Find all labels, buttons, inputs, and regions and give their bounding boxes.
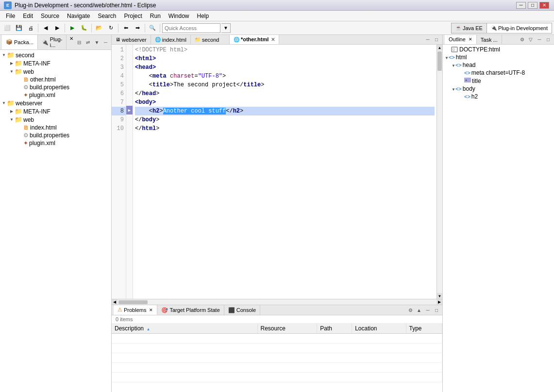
outline-title[interactable]: ≡ title [443, 77, 554, 85]
close-btn[interactable]: ✕ [539, 2, 549, 9]
outline-doctype[interactable]: D DOCTYPE:html [443, 46, 554, 53]
tab-index-html[interactable]: 🌐 index.html [151, 35, 191, 44]
menu-run[interactable]: Run [146, 11, 165, 21]
menu-source[interactable]: Source [37, 11, 63, 21]
col-location[interactable]: Location [352, 324, 406, 334]
outline-meta[interactable]: <> meta charset=UTF-8 [443, 69, 554, 77]
problems-table: Description ▲ Resource Path Location Typ… [112, 324, 442, 382]
tree-item-webserver[interactable]: 📁 webserver [0, 99, 111, 107]
menu-help[interactable]: Help [193, 11, 213, 21]
tree-item-index-html[interactable]: 🗎 index.html [0, 124, 111, 131]
col-description[interactable]: Description ▲ [112, 324, 257, 334]
menu-window[interactable]: Window [165, 11, 193, 21]
outline-head[interactable]: <> head [443, 61, 554, 69]
bottom-action-btn[interactable]: ⚙ [406, 306, 414, 314]
sep4 [118, 24, 118, 33]
tree-item-web-2[interactable]: 📁 web [0, 115, 111, 124]
h-scroll-thumb[interactable] [118, 300, 148, 304]
h-scroll-left[interactable]: ◀ [112, 299, 118, 305]
left-panel-close[interactable]: ✕ [67, 35, 75, 49]
tree-item-meta-inf-1[interactable]: 📁 META-INF [0, 59, 111, 67]
scroll-up-btn[interactable]: ▲ [437, 45, 442, 50]
menu-navigate[interactable]: Navigate [63, 11, 94, 21]
tab-target-platform[interactable]: 🎯 Target Platform State [157, 305, 224, 315]
right-panel: Outline ✕ Task ... ⚙ ▽ ─ □ [442, 35, 554, 392]
scroll-thumb[interactable] [437, 51, 442, 71]
outline-btn2[interactable]: ▽ [527, 36, 535, 44]
minimize-left-btn[interactable]: ─ [101, 38, 109, 46]
quick-access-arrow[interactable]: ▼ [221, 23, 231, 33]
h-scroll-right[interactable]: ▶ [436, 299, 442, 305]
quick-access-input[interactable] [162, 23, 220, 33]
bottom-maximize[interactable]: □ [433, 306, 440, 314]
tab-other-html[interactable]: 🌐 *other.html ✕ [230, 35, 279, 44]
tab-task[interactable]: Task ... [477, 35, 502, 44]
svg-text:≡: ≡ [465, 79, 467, 82]
outline-maximize[interactable]: □ [544, 36, 552, 44]
outline-btn1[interactable]: ⚙ [518, 36, 526, 44]
col-resource[interactable]: Resource [257, 324, 317, 334]
minimize-btn[interactable]: ─ [516, 2, 526, 9]
save-btn[interactable]: 💾 [14, 23, 24, 33]
line-num-9: 9 [112, 115, 126, 124]
code-line-9: </body> [135, 115, 435, 124]
tab-console[interactable]: ⬛ Console [224, 305, 260, 315]
tab-package-explorer[interactable]: 📦 Packa... [2, 35, 38, 49]
other-tab-close[interactable]: ✕ [271, 37, 275, 42]
editor-minimize-btn[interactable]: ─ [424, 36, 432, 44]
outline-close[interactable]: ✕ [469, 37, 472, 42]
debug-btn[interactable]: 🐛 [79, 23, 89, 33]
tree-item-second[interactable]: 📁 second [0, 51, 111, 59]
tab-webserver[interactable]: 🖥 webserver [112, 35, 151, 44]
code-area[interactable]: <!DOCTYPE html> <html> <head> <meta char… [133, 45, 436, 299]
menu-search[interactable]: Search [94, 11, 120, 21]
problems-icon: ⚠ [118, 307, 122, 313]
col-type[interactable]: Type [406, 324, 442, 334]
editor-maximize-btn[interactable]: □ [433, 36, 440, 44]
tab-outline[interactable]: Outline ✕ [445, 35, 477, 44]
link-editor-btn[interactable]: ⇌ [84, 38, 92, 46]
doctype-outline-icon: D [451, 46, 458, 53]
outline-h2[interactable]: <> h2 [443, 93, 554, 100]
outline-html[interactable]: <> html [443, 53, 554, 61]
open-btn[interactable]: 📂 [94, 23, 104, 33]
fwd-btn[interactable]: ▶ [52, 23, 63, 33]
run-btn[interactable]: ▶ [67, 23, 78, 33]
problems-tab-close[interactable]: ✕ [149, 308, 153, 312]
back-btn[interactable]: ◀ [40, 23, 51, 33]
tree-item-build-props-1[interactable]: ⚙ build.properties [0, 83, 111, 91]
tree-item-other-html[interactable]: 🗎 other.html [0, 76, 111, 83]
menu-project[interactable]: Project [120, 11, 146, 21]
view-menu-btn[interactable]: ▼ [93, 38, 101, 46]
maximize-btn[interactable]: □ [528, 2, 537, 9]
tree-item-build-props-2[interactable]: ⚙ build.properties [0, 131, 111, 139]
tab-plugin-explorer[interactable]: 🔌 Plug-i... [38, 35, 67, 49]
bottom-chevron-up[interactable]: ▲ [415, 306, 423, 314]
menu-edit[interactable]: Edit [19, 11, 37, 21]
package-icon: 📦 [6, 39, 13, 45]
refresh-btn[interactable]: ↻ [105, 23, 116, 33]
bottom-minimize[interactable]: ─ [424, 306, 432, 314]
plugin-dev-perspective[interactable]: 🔌 Plug-in Development [487, 23, 552, 33]
editor-scrollbar[interactable]: ▲ ▼ [436, 45, 442, 299]
outline-minimize[interactable]: ─ [536, 36, 543, 44]
h-scrollbar[interactable]: ◀ ▶ [112, 299, 442, 305]
tab-second[interactable]: 📁 second [191, 35, 230, 44]
print-btn[interactable]: 🖨 [25, 23, 36, 33]
tree-item-plugin-xml-1[interactable]: ✦ plugin.xml [0, 91, 111, 99]
menu-file[interactable]: File [2, 11, 19, 21]
tree-item-meta-inf-2[interactable]: 📁 META-INF [0, 107, 111, 115]
java-ee-perspective[interactable]: ☕ Java EE [452, 23, 487, 33]
editor-content[interactable]: 1 2 3 4 5 6 7 8 9 10 [112, 45, 442, 299]
outline-body[interactable]: <> body [443, 85, 554, 93]
col-path[interactable]: Path [317, 324, 352, 334]
tree-item-plugin-xml-2[interactable]: ✦ plugin.xml [0, 139, 111, 147]
new-btn[interactable]: ⬜ [2, 23, 13, 33]
collapse-all-btn[interactable]: ⊟ [75, 38, 83, 46]
prev-edit-btn[interactable]: ⬅ [120, 23, 131, 33]
tab-problems[interactable]: ⚠ Problems ✕ [114, 305, 157, 315]
next-edit-btn[interactable]: ➡ [132, 23, 143, 33]
tree-item-web-1[interactable]: 📁 web [0, 67, 111, 76]
scroll-down-btn[interactable]: ▼ [437, 293, 442, 299]
search-btn2[interactable]: 🔍 [147, 23, 158, 33]
